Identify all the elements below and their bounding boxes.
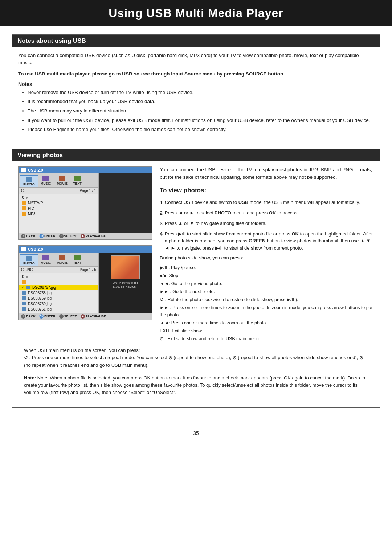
notes-bullets-list: Never remove the USB device or turn off … bbox=[18, 89, 374, 134]
parent-folder-icon bbox=[22, 280, 26, 284]
file-name-selected: DSC08757.jpg bbox=[32, 286, 56, 290]
usb-page-1: Page 1 / 1 bbox=[79, 189, 96, 193]
notes-section-title: Notes about using USB bbox=[12, 35, 380, 47]
list-item: ►► : Press one or more times to zoom in … bbox=[160, 304, 374, 319]
step-4: 4 Press ▶/II to start slide show from cu… bbox=[160, 230, 374, 252]
usb-title-1: USB 2.0 bbox=[28, 168, 43, 172]
usb-path-label-1: C: bbox=[21, 189, 25, 193]
list-item: It is recommended that you back up your … bbox=[28, 98, 374, 106]
usb-file-list-1: C ▶ MSTPVR PIC bbox=[19, 194, 98, 233]
folder-icon bbox=[22, 201, 26, 205]
select-btn: ↑ SELECT bbox=[59, 234, 77, 238]
usb-tab-text-2[interactable]: TEXT bbox=[70, 254, 85, 266]
back-label: BACK bbox=[26, 234, 36, 238]
table-row[interactable]: PIC bbox=[19, 206, 98, 211]
file-icon bbox=[22, 296, 26, 300]
page-number: 35 bbox=[0, 424, 392, 440]
usb-tab-music-1[interactable]: MUSIC bbox=[38, 175, 54, 187]
back-icon: ↑ bbox=[21, 234, 25, 238]
page-header: Using USB Multi Media Player bbox=[0, 0, 392, 26]
file-icon bbox=[26, 286, 30, 289]
usb-tabs-2: PHOTO MUSIC MOVIE bbox=[19, 253, 98, 267]
ok-icon-2: OK bbox=[39, 314, 44, 319]
tab-label-music-2: MUSIC bbox=[41, 261, 51, 264]
usb-titlebar-1: USB 2.0 bbox=[19, 167, 152, 173]
file-name: DSC08759.jpg bbox=[28, 296, 52, 300]
step-3: 3 Press ▲ or ▼ to navigate among files o… bbox=[160, 220, 374, 227]
step-1-text: Connect USB device and switch to USB mod… bbox=[165, 199, 360, 206]
table-row bbox=[19, 217, 98, 222]
usb-title-2: USB 2.0 bbox=[28, 247, 43, 251]
table-row[interactable]: DSC08760.jpg bbox=[19, 301, 98, 307]
usb-preview-image: WxH: 1920x1200 Size: 53 KBytes bbox=[99, 253, 152, 313]
photo-thumbnail bbox=[111, 255, 140, 279]
back-icon-2: ↑ bbox=[21, 314, 25, 319]
when-usb-text: ↺ : Press one or more times to select a … bbox=[24, 354, 368, 369]
play-icon: ▶ bbox=[81, 234, 85, 238]
play-label-2: PLAY/PAUSE bbox=[86, 315, 106, 318]
tab-label-text-2: TEXT bbox=[73, 261, 82, 264]
usb-screen-2: USB 2.0 PHOTO bbox=[18, 245, 152, 320]
file-icon bbox=[22, 302, 26, 305]
photo-info: WxH: 1920x1200 Size: 53 KBytes bbox=[111, 280, 139, 289]
list-item: Please use English to name your files. O… bbox=[28, 126, 374, 134]
tab-label-photo-2: PHOTO bbox=[23, 262, 35, 265]
table-row bbox=[19, 222, 98, 227]
file-name: DSC08761.jpg bbox=[28, 307, 52, 311]
table-row[interactable]: ✓ DSC08757.jpg bbox=[19, 285, 98, 290]
select-label-2: SELECT bbox=[64, 315, 77, 318]
play-icon-2: ▶ bbox=[81, 314, 85, 319]
usb-icon-2 bbox=[21, 247, 26, 251]
music-icon bbox=[42, 176, 49, 181]
check-icon: ✓ bbox=[22, 286, 25, 289]
page-title: Using USB Multi Media Player bbox=[0, 7, 392, 20]
when-usb-section: When USB main menu is on the screen, you… bbox=[18, 343, 374, 371]
select-label: SELECT bbox=[64, 234, 77, 238]
table-row[interactable]: DSC08761.jpg bbox=[19, 307, 98, 312]
notes-section: Notes about using USB You can connect a … bbox=[12, 34, 380, 141]
bottom-note-text: Note: Note: When a photo file is selecte… bbox=[24, 374, 368, 396]
usb-tab-movie-1[interactable]: MOVIE bbox=[54, 175, 70, 187]
table-row[interactable]: MSTPVR bbox=[19, 200, 98, 206]
back-btn: ↑ BACK bbox=[21, 234, 36, 238]
movie-icon bbox=[59, 176, 65, 181]
list-item: ▶/II : Play /pause. bbox=[160, 264, 374, 271]
parent-dir: .. bbox=[28, 280, 30, 284]
play-btn: ▶ PLAY/PAUSE bbox=[81, 234, 106, 238]
table-row[interactable]: DSC08758.jpg bbox=[19, 290, 98, 296]
play-btn-2: ▶ PLAY/PAUSE bbox=[81, 314, 106, 319]
file-name: DSC08758.jpg bbox=[28, 291, 52, 295]
table-row: C ▶ bbox=[19, 195, 98, 200]
select-btn-2: ↑ SELECT bbox=[59, 314, 77, 319]
back-btn-2: ↑ BACK bbox=[21, 314, 36, 319]
notes-intro: You can connect a compatible USB device … bbox=[18, 52, 374, 67]
tab-label-music-1: MUSIC bbox=[41, 182, 51, 185]
folder-icon bbox=[22, 212, 26, 216]
list-item: ◄◄: Go to the previous photo. bbox=[160, 280, 374, 287]
tab-label-movie-1: MOVIE bbox=[57, 182, 68, 185]
usb-tab-text-1[interactable]: TEXT bbox=[70, 175, 85, 187]
folder-icon bbox=[22, 206, 26, 210]
viewing-description: You can connect the USB device to the TV… bbox=[160, 166, 374, 181]
notes-bold-note: To use USB multi media player, please go… bbox=[18, 70, 374, 78]
music-icon-2 bbox=[42, 255, 49, 260]
file-icon bbox=[22, 307, 26, 311]
photo-icon-2 bbox=[26, 256, 32, 261]
table-row[interactable]: DSC08759.jpg bbox=[19, 296, 98, 301]
ok-label-2: ENTER bbox=[44, 315, 56, 318]
viewing-section-title: Viewing photos bbox=[12, 149, 380, 161]
list-item: ⊙ : Exit slide show and return to USB ma… bbox=[160, 335, 374, 342]
step-1: 1 Connect USB device and switch to USB m… bbox=[160, 199, 374, 206]
list-item: The USB menu may vary in different situa… bbox=[28, 107, 374, 115]
table-row[interactable]: MP3 bbox=[19, 211, 98, 217]
usb-tab-movie-2[interactable]: MOVIE bbox=[54, 254, 70, 266]
usb-tab-music-2[interactable]: MUSIC bbox=[38, 254, 54, 266]
tab-label-movie-2: MOVIE bbox=[57, 261, 68, 264]
usb-titlebar-2: USB 2.0 bbox=[19, 246, 152, 253]
tab-label-photo-1: PHOTO bbox=[23, 182, 35, 186]
usb-tab-photo-2[interactable]: PHOTO bbox=[20, 254, 38, 266]
photo-wxh: WxH: 1920x1200 bbox=[113, 281, 138, 285]
list-item: Never remove the USB device or turn off … bbox=[28, 89, 374, 97]
usb-tab-photo-1[interactable]: PHOTO bbox=[20, 175, 38, 187]
bottom-note-content: Note: When a photo file is selected, you… bbox=[24, 375, 365, 395]
